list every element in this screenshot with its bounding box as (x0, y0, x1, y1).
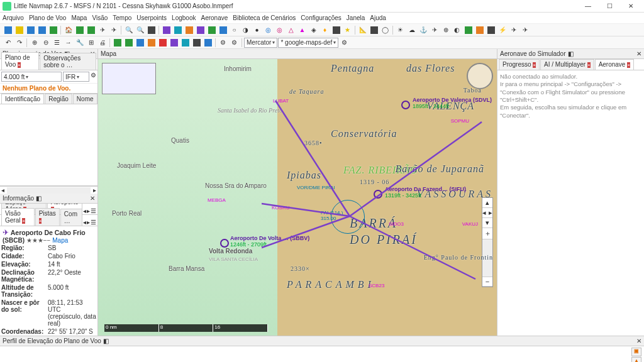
tab-plano-close[interactable]: × (18, 62, 21, 68)
menu-planodevoo[interactable]: Plano de Voo (29, 14, 67, 21)
zoom-down-icon[interactable]: ▾ (482, 218, 492, 228)
tab-ai-close[interactable]: × (587, 62, 591, 68)
weather-icon[interactable]: ☀ (395, 25, 406, 35)
tab-pistas-close[interactable]: × (39, 218, 42, 224)
distance-icon[interactable] (369, 25, 379, 35)
compass-icon[interactable] (467, 63, 493, 89)
menu-arquivo[interactable]: Arquivo (3, 14, 24, 21)
redo-icon[interactable]: ↷ (14, 37, 25, 48)
profile-up-icon[interactable]: ▴ (631, 357, 641, 362)
info-pin-icon[interactable]: ◧ (36, 195, 42, 202)
map-settings-icon[interactable]: ⚙ (339, 37, 350, 48)
misc4-icon[interactable]: ⚡ (497, 25, 508, 35)
tab-aeronave[interactable]: Aeronave × (595, 59, 634, 70)
open-plan-icon[interactable] (14, 25, 25, 35)
zoom-up-icon[interactable]: ▴ (482, 198, 492, 208)
airspace2-icon[interactable]: ◑ (240, 25, 251, 35)
calc-icon[interactable]: 🔧 (74, 37, 85, 48)
rule-combo[interactable]: IFR (63, 72, 89, 82)
show-missed-icon[interactable] (146, 37, 157, 48)
measure-icon[interactable]: 📐 (357, 25, 368, 35)
ring-icon[interactable]: ◯ (380, 25, 391, 35)
show-tod-icon[interactable] (180, 37, 191, 48)
misc1-icon[interactable] (463, 25, 474, 35)
info-tabs2-right[interactable]: ▸ (87, 219, 90, 226)
subtab-regiao[interactable]: Região (45, 94, 72, 104)
menu-mapa[interactable]: Mapa (71, 14, 87, 21)
range-icon[interactable]: ◈ (308, 25, 319, 35)
home-icon[interactable]: 🏠 (63, 25, 74, 35)
airport-sbbv-icon[interactable] (220, 239, 229, 248)
zoom-minus-icon[interactable]: − (482, 277, 492, 287)
airspace4-icon[interactable]: ◎ (263, 25, 274, 35)
ils-toggle-icon[interactable] (206, 25, 217, 35)
center-icon[interactable] (74, 25, 85, 35)
reset-icon[interactable] (146, 25, 157, 35)
menu-tempo[interactable]: Tempo (113, 14, 131, 21)
wind-icon[interactable]: ☁ (406, 25, 417, 35)
perf-icon[interactable]: ⚙ (218, 37, 228, 48)
info-tabs-right[interactable]: ▸ (87, 207, 90, 214)
pattern-icon[interactable]: ♦ (319, 25, 330, 35)
undo-icon[interactable]: ↶ (3, 37, 13, 48)
online-icon[interactable]: ◐ (452, 25, 462, 35)
menu-userpoints[interactable]: Userpoints (136, 14, 167, 21)
ai-icon[interactable]: ✈ (429, 25, 440, 35)
subtab-nome[interactable]: Nome (73, 94, 97, 104)
airport-toggle-icon[interactable] (161, 25, 172, 35)
ship-icon[interactable]: ⚓ (418, 25, 428, 35)
show-route-icon[interactable] (191, 37, 202, 48)
zoom-left-icon[interactable]: ◂ ▸ (482, 208, 492, 218)
new-plan-icon[interactable] (3, 25, 13, 35)
zoom-plus-icon[interactable]: ＋ (482, 228, 492, 239)
show-sid-icon[interactable] (112, 37, 123, 48)
tab-com[interactable]: Com … (60, 209, 82, 226)
info-tabs-menu[interactable]: ☰ (91, 207, 96, 214)
tab-ai[interactable]: AI / Multiplayer × (540, 59, 594, 70)
misc5-icon[interactable]: ✈ (508, 25, 519, 35)
vor-toggle-icon[interactable] (172, 25, 183, 35)
subtab-ident[interactable]: Identificação (1, 94, 44, 104)
menu-ajuda[interactable]: Ajuda (370, 14, 386, 21)
plan-icon[interactable] (86, 25, 96, 35)
plan-settings-icon[interactable]: ⚙ (91, 72, 96, 82)
planning-scrollbar[interactable] (7, 187, 91, 194)
star-icon[interactable]: ★ (342, 25, 353, 35)
sim-pin-icon[interactable]: ◧ (568, 50, 574, 57)
tab-observacoes[interactable]: Observações sobre o … (40, 53, 96, 70)
zoom-in-icon[interactable]: 🔍 (123, 25, 134, 35)
aircraft-icon[interactable]: ✈ (97, 25, 108, 35)
map-theme-combo[interactable]: * google-maps-def (278, 38, 338, 48)
profile-pin-icon[interactable]: ◧ (103, 337, 109, 344)
copy-icon[interactable]: ⊞ (86, 37, 96, 48)
zoom-out-icon[interactable]: 🔍 (135, 25, 145, 35)
info-tabs-left[interactable]: ◂ (83, 207, 86, 214)
menu-config[interactable]: Configurações (301, 14, 341, 21)
show-top-icon[interactable] (169, 37, 179, 48)
airport-sdvl-icon[interactable] (401, 101, 410, 109)
direct-icon[interactable]: → (63, 37, 74, 48)
info-tabs2-menu[interactable]: ☰ (91, 219, 96, 226)
select-icon[interactable]: ☰ (52, 37, 62, 48)
airport-sifu-icon[interactable] (374, 190, 382, 199)
profile-close-icon[interactable]: ✕ (636, 337, 641, 344)
menu-visao[interactable]: Visão (92, 14, 108, 21)
planning-scroll-left[interactable]: ◂ (0, 187, 6, 194)
projection-combo[interactable]: Mercator (244, 38, 277, 48)
wpt-toggle-icon[interactable] (195, 25, 206, 35)
menu-janela[interactable]: Janela (347, 14, 365, 21)
misc2-icon[interactable] (474, 25, 485, 35)
tab-visao-geral[interactable]: Visão Geral × (1, 208, 35, 226)
save-plan-icon[interactable] (25, 25, 36, 35)
airspace5-icon[interactable]: ◎ (274, 25, 285, 35)
airport-map-link[interactable]: Mapa (52, 237, 68, 244)
show-star-icon[interactable] (123, 37, 134, 48)
append-icon[interactable]: ⊕ (29, 37, 40, 48)
tab-prog-close[interactable]: × (533, 62, 536, 68)
show-track-icon[interactable] (157, 37, 168, 48)
traffic-icon[interactable]: ⊕ (440, 25, 451, 35)
maximize-button[interactable]: ☐ (599, 0, 620, 13)
menu-cenarios[interactable]: Biblioteca de Cenários (233, 14, 296, 21)
delete-trail-icon[interactable]: ✈ (108, 25, 119, 35)
menu-aeronave[interactable]: Aeronave (201, 14, 228, 21)
